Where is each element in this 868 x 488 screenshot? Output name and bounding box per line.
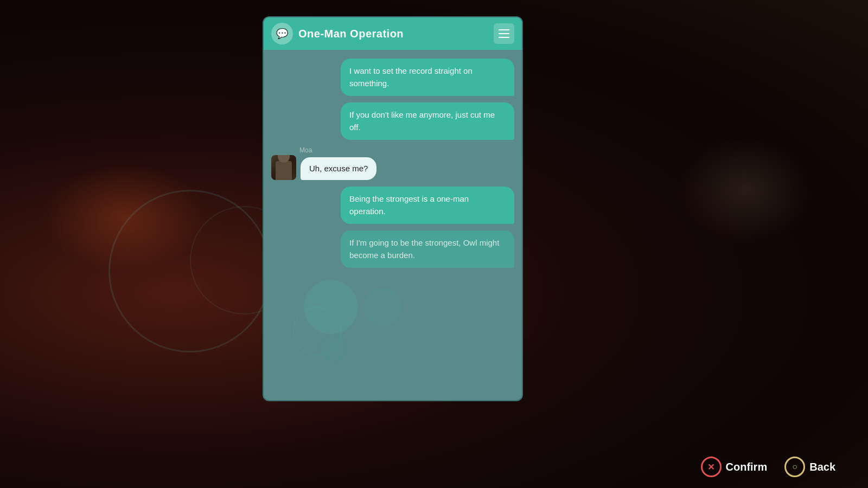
message-received-1[interactable]: Uh, excuse me? bbox=[301, 157, 376, 181]
avatar-image bbox=[271, 155, 296, 180]
back-circle-icon: ○ bbox=[784, 457, 805, 477]
message-sent-4-faded[interactable]: If I'm going to be the strongest, Owl mi… bbox=[341, 230, 514, 268]
chat-body: I want to set the record straight on som… bbox=[264, 50, 522, 400]
decorative-area bbox=[271, 274, 514, 383]
deco-circle-2 bbox=[363, 288, 401, 326]
back-button[interactable]: ○ Back bbox=[784, 457, 835, 477]
message-sent-2[interactable]: If you don't like me anymore, just cut m… bbox=[341, 102, 514, 140]
menu-line-2 bbox=[499, 33, 509, 34]
message-sent-3[interactable]: Being the strongest is a one-man operati… bbox=[341, 187, 514, 224]
confirm-circle-icon: ✕ bbox=[701, 457, 722, 477]
sender-name: Moa bbox=[299, 146, 376, 154]
confirm-button[interactable]: ✕ Confirm bbox=[701, 457, 768, 477]
bubble-received-row: Uh, excuse me? bbox=[271, 155, 376, 180]
chat-app-icon: 💬 bbox=[271, 23, 293, 44]
message-sent-1[interactable]: I want to set the record straight on som… bbox=[341, 59, 514, 96]
menu-line-1 bbox=[499, 29, 509, 30]
chat-title: One-Man Operation bbox=[298, 28, 488, 40]
bottom-controls: ✕ Confirm ○ Back bbox=[701, 457, 835, 477]
message-received-1-container: Moa Uh, excuse me? bbox=[271, 146, 376, 180]
chat-header: 💬 One-Man Operation bbox=[264, 17, 522, 50]
back-label: Back bbox=[809, 461, 835, 473]
chat-window: 💬 One-Man Operation I want to set the re… bbox=[263, 16, 523, 401]
menu-line-3 bbox=[499, 37, 509, 38]
avatar bbox=[271, 155, 296, 180]
deco-circle-4 bbox=[293, 307, 342, 356]
bg-glow-right bbox=[678, 136, 814, 244]
confirm-label: Confirm bbox=[726, 461, 768, 473]
menu-button[interactable] bbox=[494, 23, 514, 44]
